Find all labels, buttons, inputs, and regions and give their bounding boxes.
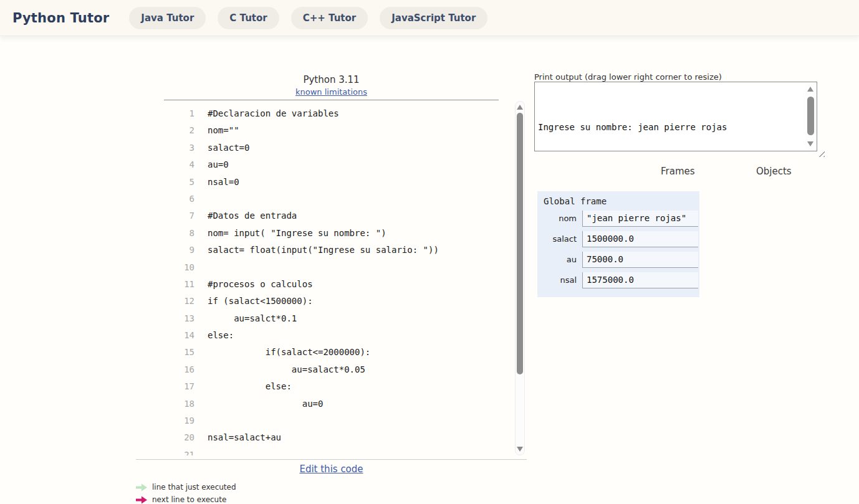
variable-value: 1575000.0 — [582, 272, 698, 288]
code-line: 7 #Datos de entrada — [166, 207, 512, 224]
code-line: 21 — [166, 447, 512, 455]
known-limitations-link[interactable]: known limitations — [295, 87, 367, 97]
frame-variable-row: au 75000.0 — [544, 252, 699, 268]
execution-legend: line that just executed next line to exe… — [136, 481, 236, 504]
code-text: nsal=salact+au — [208, 429, 281, 446]
code-text: au=0 — [208, 156, 229, 173]
output-scrollbar[interactable] — [805, 83, 816, 150]
code-text: else: — [208, 327, 234, 344]
line-number: 9 — [166, 242, 194, 259]
nav-tutor-button[interactable]: C++ Tutor — [291, 7, 368, 29]
code-text: nsal=0 — [208, 174, 239, 191]
code-text: if(salact<=2000000): — [208, 344, 370, 361]
line-number: 12 — [166, 293, 194, 310]
code-line: 9 salact= float(input("Ingrese su salari… — [166, 242, 512, 259]
nav-links: Java Tutor C Tutor C++ Tutor JavaScript … — [129, 7, 487, 29]
line-number: 19 — [166, 412, 194, 429]
print-output-label: Print output (drag lower right corner to… — [534, 72, 722, 82]
line-number: 6 — [166, 191, 194, 207]
line-number: 1 — [166, 105, 194, 122]
code-text: nom= input( "Ingrese su nombre: ") — [208, 225, 386, 242]
output-scrollbar-thumb[interactable] — [807, 97, 814, 135]
code-line: 6 — [166, 191, 512, 207]
code-line: 12 if (salact<1500000): — [166, 293, 512, 310]
scroll-down-icon[interactable] — [517, 447, 523, 452]
page: Python Tutor Java Tutor C Tutor C++ Tuto… — [0, 0, 859, 504]
variable-name: au — [544, 252, 582, 268]
line-number: 11 — [166, 276, 194, 293]
scroll-up-icon[interactable] — [517, 105, 523, 110]
python-tutor-logo[interactable]: Python Tutor — [12, 11, 109, 26]
frame-variable-row: nsal 1575000.0 — [544, 272, 699, 288]
line-number: 21 — [166, 447, 194, 455]
variable-name: nsal — [544, 272, 582, 288]
code-display: 1 #Declaracion de variables 2 nom="" 3 s… — [166, 101, 512, 455]
variable-name: salact — [544, 231, 582, 247]
code-line: 18 au=0 — [166, 396, 512, 412]
code-scrollbar[interactable] — [515, 101, 525, 455]
variable-value: 1500000.0 — [582, 231, 698, 247]
print-output-text: Ingrese su nombre: jean pierre rojas Ing… — [538, 82, 804, 151]
code-line: 17 else: — [166, 378, 512, 395]
line-number: 14 — [166, 327, 194, 344]
legend-row-next: next line to execute — [136, 493, 236, 504]
next-line-arrow-icon — [136, 496, 148, 504]
line-number: 17 — [166, 378, 194, 395]
frame-variable-row: nom "jean pierre rojas" — [544, 211, 699, 227]
code-text: if (salact<1500000): — [208, 293, 313, 310]
executed-line-arrow-icon — [136, 483, 148, 492]
code-text: else: — [208, 378, 292, 395]
code-text: nom="" — [208, 122, 239, 139]
code-text: salact= float(input("Ingrese su salario:… — [208, 242, 439, 259]
code-text: au=salct*0.1 — [208, 310, 297, 327]
code-line: 15 if(salact<=2000000): — [166, 344, 512, 361]
legend-executed-label: line that just executed — [152, 483, 236, 492]
variable-value: 75000.0 — [582, 252, 698, 268]
line-number: 7 — [166, 207, 194, 224]
legend-next-label: next line to execute — [152, 495, 226, 504]
frames-heading: Frames — [661, 166, 695, 177]
code-text: au=salact*0.05 — [208, 361, 365, 378]
code-line: 2 nom="" — [166, 122, 512, 139]
code-text: salact=0 — [208, 140, 249, 156]
line-number: 18 — [166, 396, 194, 412]
language-version-label: Python 3.11 — [164, 74, 499, 85]
edit-this-code-link[interactable]: Edit this code — [299, 464, 363, 475]
output-line: Ingrese su nombre: jean pierre rojas — [538, 121, 804, 133]
scrollbar-thumb[interactable] — [517, 113, 523, 374]
line-number: 15 — [166, 344, 194, 361]
output-resize-handle[interactable] — [818, 150, 825, 157]
code-text: #Datos de entrada — [208, 207, 297, 224]
code-text: au=0 — [208, 396, 323, 412]
code-line: 8 nom= input( "Ingrese su nombre: ") — [166, 225, 512, 242]
legend-row-executed: line that just executed — [136, 481, 236, 493]
top-nav: Python Tutor Java Tutor C Tutor C++ Tuto… — [0, 0, 859, 36]
code-line: 5 nsal=0 — [166, 174, 512, 191]
code-text: #procesos o calculos — [208, 276, 313, 293]
nav-tutor-button[interactable]: Java Tutor — [129, 7, 206, 29]
code-line: 11 #procesos o calculos — [166, 276, 512, 293]
code-line: 3 salact=0 — [166, 140, 512, 156]
line-number: 3 — [166, 140, 194, 156]
code-text: #Declaracion de variables — [208, 105, 339, 122]
code-top-divider — [164, 100, 499, 100]
global-frame-vars: nom "jean pierre rojas" salact 1500000.0… — [544, 211, 699, 288]
global-frame-title: Global frame — [544, 196, 699, 206]
nav-tutor-button[interactable]: C Tutor — [218, 7, 279, 29]
code-panel-header: Python 3.11 known limitations — [164, 74, 499, 97]
nav-tutor-button[interactable]: JavaScript Tutor — [380, 7, 487, 29]
code-line: 19 — [166, 412, 512, 429]
global-frame: Global frame nom "jean pierre rojas" sal… — [537, 191, 699, 297]
code-line: 16 au=salact*0.05 — [166, 361, 512, 378]
line-number: 4 — [166, 156, 194, 173]
variable-value: "jean pierre rojas" — [582, 211, 698, 227]
output-scroll-up-icon[interactable] — [807, 87, 813, 92]
line-number: 16 — [166, 361, 194, 378]
print-output-textarea[interactable]: Ingrese su nombre: jean pierre rojas Ing… — [534, 82, 817, 151]
line-number: 20 — [166, 429, 194, 446]
output-scroll-down-icon[interactable] — [807, 141, 813, 146]
line-number: 2 — [166, 122, 194, 139]
line-number: 10 — [166, 259, 194, 276]
code-line: 13 au=salct*0.1 — [166, 310, 512, 327]
variable-name: nom — [544, 211, 582, 227]
